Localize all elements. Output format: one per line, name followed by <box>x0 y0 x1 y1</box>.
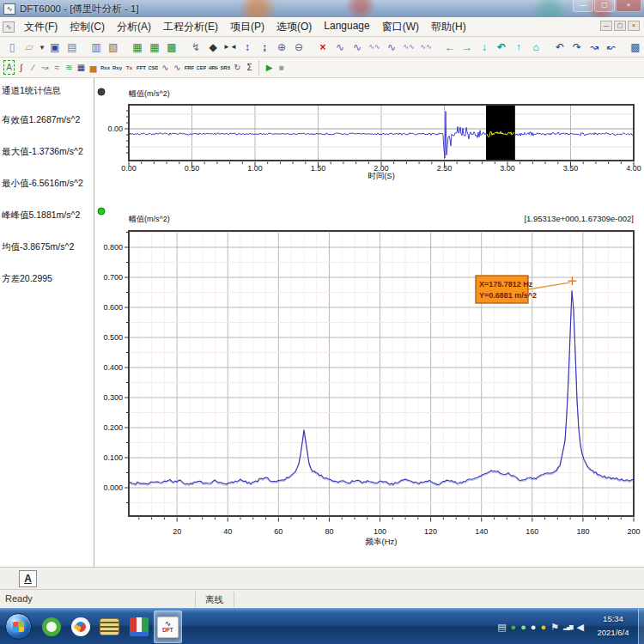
mdi-minimize-button[interactable]: — <box>600 21 612 31</box>
nav-left-icon[interactable]: ← <box>442 39 458 55</box>
zoom-in-icon[interactable]: ⊕ <box>274 39 289 55</box>
wave-view-icon-5[interactable]: ∿∿ <box>401 39 416 55</box>
octave-tool[interactable]: ↻ <box>232 60 243 75</box>
data-table-tool[interactable]: ▦ <box>76 60 87 75</box>
autocorrelation-tool[interactable]: Rxx <box>100 60 111 75</box>
pen-tool[interactable]: ∕ <box>27 60 39 75</box>
csd-tool[interactable]: CSD <box>148 60 159 75</box>
show-desktop-button[interactable] <box>638 609 644 644</box>
tray-hidden-icons[interactable]: ▤ <box>497 623 506 632</box>
wavelet-tool[interactable]: ∿ <box>172 60 183 75</box>
nav-right-icon[interactable]: → <box>459 39 475 55</box>
run-button[interactable]: ▶ <box>264 60 275 75</box>
window-cascade-icon[interactable]: ▩ <box>628 39 643 55</box>
xy-plot-tool[interactable]: ≋ <box>64 60 75 75</box>
fft-tool[interactable]: FFT <box>136 60 147 75</box>
peak-cursor-icon[interactable]: ►◄ <box>222 39 238 55</box>
delete-curve-icon[interactable]: × <box>315 39 331 55</box>
filter-tool[interactable]: ↝ <box>39 60 51 75</box>
wave-compare-tool[interactable]: ≈ <box>52 60 63 75</box>
tray-security-icon[interactable]: ● <box>511 623 517 632</box>
tab-a[interactable]: A <box>19 570 37 587</box>
integral-tool[interactable]: ∫ <box>15 60 27 75</box>
print-icon[interactable]: ▤ <box>64 39 80 55</box>
taskbar-app-browser[interactable] <box>37 611 65 643</box>
grid-export-icon[interactable]: ▩ <box>164 39 179 55</box>
menu-item-7[interactable]: Language <box>318 18 375 36</box>
taskbar-app-media-icon <box>100 618 119 635</box>
grid-table-icon-2[interactable]: ▦ <box>147 39 162 55</box>
wave-view-icon-3[interactable]: ∿∿ <box>367 39 382 55</box>
desktop-screen: ∿ DFT6000 - [傅里叶分析 - 1] — ▢ × ∿ 文件(F)控制(… <box>0 0 644 644</box>
maximize-button[interactable]: ▢ <box>594 0 615 12</box>
svg-text:0.00: 0.00 <box>107 125 123 133</box>
tray-volume-icon[interactable]: ◀ <box>577 623 584 632</box>
menu-item-4[interactable]: 工程分析(E) <box>157 18 224 36</box>
analysis-curve-icon-2[interactable]: ↷ <box>569 39 585 55</box>
save-icon[interactable]: ▣ <box>47 39 63 55</box>
crosscorrelation-tool[interactable]: Rxy <box>112 60 123 75</box>
svg-text:0.800: 0.800 <box>103 243 123 252</box>
autoscale-xy-icon[interactable]: ↨ <box>257 39 272 55</box>
tray-update-icon[interactable]: ● <box>531 623 537 632</box>
tray-network-icon[interactable]: ▂▄▆ <box>563 624 572 629</box>
wave-view-icon-1[interactable]: ∿ <box>332 39 348 55</box>
nav-up-icon[interactable]: ↑ <box>511 39 526 55</box>
spectrum-plot-area[interactable] <box>129 231 634 516</box>
cursor-tool-icon[interactable]: ↯ <box>188 39 204 55</box>
analysis-curve-icon-3[interactable]: ↝ <box>586 39 602 55</box>
tray-flag-icon[interactable]: ⚑ <box>550 623 559 632</box>
svg-text:0.100: 0.100 <box>103 453 123 462</box>
hrh-tool[interactable]: HRH <box>208 60 219 75</box>
stat-line-2: 最大值-1.3736m/s^2 <box>0 141 94 173</box>
wave-view-icon-4[interactable]: ∿ <box>384 39 399 55</box>
new-icon[interactable]: ▯ <box>4 39 20 55</box>
menu-item-1[interactable]: 文件(F) <box>18 18 64 36</box>
grid-table-icon-1[interactable]: ▦ <box>130 39 145 55</box>
nav-down-icon[interactable]: ↓ <box>477 39 492 55</box>
psd-tool[interactable]: ∿ <box>160 60 171 75</box>
taskbar-app-droplet[interactable] <box>66 611 94 643</box>
menu-item-5[interactable]: 项目(P) <box>224 18 270 36</box>
start-button[interactable] <box>5 613 32 640</box>
time-freq-tool[interactable]: Tx <box>124 60 135 75</box>
menu-item-2[interactable]: 控制(C) <box>64 18 111 36</box>
menu-item-9[interactable]: 帮助(H) <box>425 18 472 36</box>
copy-icon[interactable]: ▥ <box>88 39 104 55</box>
menu-item-8[interactable]: 窗口(W) <box>376 18 425 36</box>
zoom-out-icon[interactable]: ⊖ <box>291 39 307 55</box>
analysis-curve-icon-4[interactable]: ↜ <box>604 39 619 55</box>
open-dropdown-caret[interactable]: ▾ <box>39 39 46 55</box>
analysis-curve-icon-1[interactable]: ↶ <box>552 39 568 55</box>
time-plot-area[interactable] <box>129 105 634 161</box>
close-button[interactable]: × <box>616 0 641 12</box>
srs-tool[interactable]: SRS <box>220 60 231 75</box>
wave-view-icon-2[interactable]: ∿ <box>349 39 365 55</box>
taskbar-app-suite[interactable] <box>125 611 153 643</box>
nav-back-icon[interactable]: ↶ <box>494 39 509 55</box>
sum-tool[interactable]: Σ <box>244 60 255 75</box>
menu-item-6[interactable]: 选项(O) <box>270 18 318 36</box>
taskbar-app-dft[interactable]: ∿DFT <box>154 611 182 643</box>
tray-messenger-icon[interactable]: ● <box>520 623 526 632</box>
menu-item-3[interactable]: 分析(A) <box>111 18 157 36</box>
mdi-restore-button[interactable]: ▢ <box>614 21 626 31</box>
frf-tool[interactable]: FRF <box>184 60 195 75</box>
cep-tool[interactable]: CEP <box>196 60 207 75</box>
tray-assistant-icon[interactable]: ● <box>541 623 547 632</box>
taskbar-clock[interactable]: 15:34 2021/6/4 <box>591 612 635 640</box>
open-icon[interactable]: ▱ <box>21 39 37 55</box>
mdi-close-button[interactable]: × <box>628 21 640 31</box>
marker-diamond-icon[interactable]: ◆ <box>205 39 221 55</box>
nav-home-icon[interactable]: ⌂ <box>528 39 544 55</box>
minimize-button[interactable]: — <box>573 0 593 12</box>
histogram-tool[interactable]: ▅ <box>88 60 99 75</box>
autoscale-y-icon[interactable]: ↕ <box>240 39 255 55</box>
title-bar: ∿ DFT6000 - [傅里叶分析 - 1] — ▢ × <box>0 0 644 17</box>
svg-text:0.300: 0.300 <box>103 393 123 402</box>
stop-button[interactable]: ■ <box>276 60 287 75</box>
wave-view-icon-6[interactable]: ∿∿ <box>418 39 434 55</box>
paste-icon[interactable]: ▧ <box>106 39 121 55</box>
select-region-tool[interactable]: A <box>3 60 15 75</box>
taskbar-app-media[interactable] <box>95 611 124 643</box>
